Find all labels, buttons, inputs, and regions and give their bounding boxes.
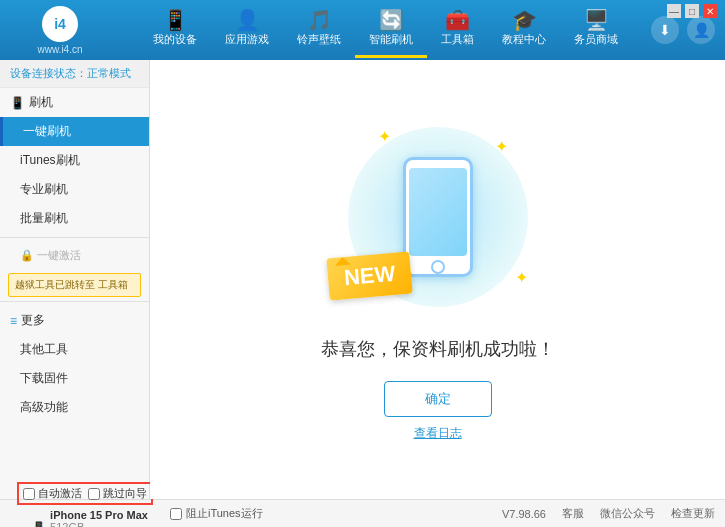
sidebar-item-advanced[interactable]: 高级功能 [0,393,149,422]
content-area: NEW ✦ ✦ ✦ 恭喜您，保资料刷机成功啦！ 确定 查看日志 [150,60,725,499]
version-label: V7.98.66 [502,508,546,520]
main-layout: 设备连接状态：正常模式 📱 刷机 一键刷机 iTunes刷机 专业刷机 批量刷机… [0,60,725,499]
itunes-row: 阻止iTunes运行 [160,502,273,525]
service-icon: 🖥️ [584,10,609,30]
nav-apps[interactable]: 👤 应用游戏 [211,2,283,58]
status-bar: 设备连接状态：正常模式 [0,60,149,88]
quick-guide-input[interactable] [88,488,100,500]
apps-icon: 👤 [235,10,260,30]
user-button[interactable]: 👤 [687,16,715,44]
ringtone-icon: 🎵 [307,10,332,30]
logo-subtitle: www.i4.cn [37,44,82,55]
checkbox-row: 自动激活 跳过向导 [17,482,153,505]
customer-service-link[interactable]: 客服 [562,506,584,521]
device-storage: 512GB [50,521,148,527]
auto-activate-input[interactable] [23,488,35,500]
phone-illustration: NEW ✦ ✦ ✦ [338,117,538,317]
logo-icon: i4 [42,6,78,42]
bottom-bar: 自动激活 跳过向导 📱 iPhone 15 Pro Max 512GB iPho… [0,499,725,527]
wechat-link[interactable]: 微信公众号 [600,506,655,521]
minimize-button[interactable]: — [667,4,681,18]
close-button[interactable]: ✕ [703,4,717,18]
sidebar-flash-header[interactable]: 📱 刷机 [0,88,149,117]
maximize-button[interactable]: □ [685,4,699,18]
download-button[interactable]: ⬇ [651,16,679,44]
itunes-label: 阻止iTunes运行 [186,506,263,521]
sparkle-icon-2: ✦ [378,127,391,146]
sidebar-more-header[interactable]: ≡ 更多 [0,306,149,335]
nav-smart-flash[interactable]: 🔄 智能刷机 [355,2,427,58]
nav-bar: 📱 我的设备 👤 应用游戏 🎵 铃声壁纸 🔄 智能刷机 🧰 工具箱 🎓 教程中心… [120,2,651,58]
sparkle-icon-1: ✦ [495,137,508,156]
sidebar-item-other-tools[interactable]: 其他工具 [0,335,149,364]
nav-toolbox[interactable]: 🧰 工具箱 [427,2,488,58]
phone-screen [409,168,467,256]
sidebar: 设备连接状态：正常模式 📱 刷机 一键刷机 iTunes刷机 专业刷机 批量刷机… [0,60,150,499]
device-phone-icon: 📱 [32,521,46,528]
sidebar-item-one-key-flash[interactable]: 一键刷机 [0,117,149,146]
sparkle-icon-3: ✦ [515,268,528,287]
nav-service[interactable]: 🖥️ 务员商域 [560,2,632,58]
device-info[interactable]: 📱 iPhone 15 Pro Max 512GB iPhone [22,509,148,527]
my-device-icon: 📱 [163,10,188,30]
header: i4 www.i4.cn 📱 我的设备 👤 应用游戏 🎵 铃声壁纸 🔄 智能刷机… [0,0,725,60]
view-log-button[interactable]: 查看日志 [414,425,462,442]
nav-tutorial[interactable]: 🎓 教程中心 [488,2,560,58]
bottom-right: V7.98.66 客服 微信公众号 检查更新 [502,506,715,521]
quick-guide-checkbox[interactable]: 跳过向导 [88,486,147,501]
sidebar-item-download-firmware[interactable]: 下载固件 [0,364,149,393]
tutorial-icon: 🎓 [512,10,537,30]
flash-section-icon: 📱 [10,96,25,110]
sidebar-notice: 越狱工具已跳转至 工具箱 [8,273,141,297]
sidebar-item-batch-flash[interactable]: 批量刷机 [0,204,149,233]
bottom-left: 自动激活 跳过向导 📱 iPhone 15 Pro Max 512GB iPho… [10,482,160,527]
check-update-link[interactable]: 检查更新 [671,506,715,521]
phone-home-button [431,260,445,274]
toolbox-icon: 🧰 [445,10,470,30]
sidebar-item-itunes-flash[interactable]: iTunes刷机 [0,146,149,175]
sidebar-disabled-activation: 🔒 一键激活 [0,242,149,269]
phone-body [403,157,473,277]
sidebar-item-pro-flash[interactable]: 专业刷机 [0,175,149,204]
device-name: iPhone 15 Pro Max [50,509,148,521]
more-section-icon: ≡ [10,314,17,328]
auto-activate-checkbox[interactable]: 自动激活 [23,486,82,501]
new-badge: NEW [326,251,413,300]
divider-1 [0,237,149,238]
itunes-checkbox[interactable] [170,508,182,520]
confirm-button[interactable]: 确定 [384,381,492,417]
nav-my-device[interactable]: 📱 我的设备 [139,2,211,58]
logo: i4 www.i4.cn [10,6,110,55]
header-right: ⬇ 👤 [651,16,715,44]
divider-2 [0,301,149,302]
success-message: 恭喜您，保资料刷机成功啦！ [321,337,555,361]
nav-ringtone[interactable]: 🎵 铃声壁纸 [283,2,355,58]
smart-flash-icon: 🔄 [379,10,404,30]
